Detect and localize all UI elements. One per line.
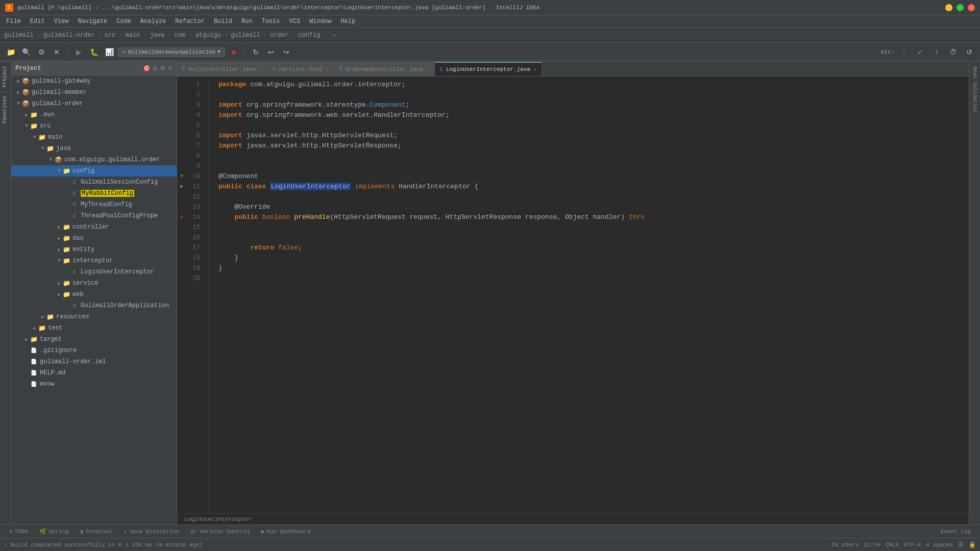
tree-item-dao[interactable]: ▶ 📁 dao (11, 233, 177, 244)
nav-order[interactable]: order (270, 32, 288, 39)
nav-java[interactable]: java (150, 32, 165, 39)
tree-item-web[interactable]: ▶ 📁 web (11, 289, 177, 300)
tab-close-cart[interactable]: ✕ (326, 66, 329, 72)
bottom-tab-version-control[interactable]: 9: Version Control (186, 528, 255, 536)
tree-item-config[interactable]: ▼ 📁 config (11, 165, 177, 177)
bottom-tab-event-log[interactable]: Event Log (936, 528, 976, 536)
project-side-tab[interactable]: Project (0, 61, 11, 91)
tree-item-gulimall-gateway[interactable]: ▶ 📦 gulimall-gateway (11, 76, 177, 87)
tree-item-target[interactable]: ▶ 📁 target (11, 334, 177, 345)
settings-button[interactable]: ⚙ (35, 45, 48, 59)
panel-close-button[interactable]: ✕ (167, 65, 173, 72)
git-history-button[interactable]: ⏱ (946, 45, 960, 59)
tree-item-order-application[interactable]: A GulimallOrderApplication (11, 300, 177, 311)
menu-edit[interactable]: Edit (26, 17, 49, 26)
close-button[interactable]: ✕ (968, 4, 975, 11)
status-chinese-input[interactable]: 英 (958, 541, 964, 548)
status-indent[interactable]: 4 spaces (926, 542, 953, 548)
run-config-selector[interactable]: ● GulimallGatewayApplication ▼ (118, 47, 225, 57)
minimize-button[interactable]: ─ (945, 4, 952, 11)
undo-button[interactable]: ↩ (264, 45, 278, 59)
tree-item-controller[interactable]: ▶ 📁 controller (11, 221, 177, 233)
nav-src[interactable]: src (105, 32, 116, 39)
code-content[interactable]: package com.atguigu.gulimall.order.inter… (209, 77, 969, 513)
bottom-tab-spring[interactable]: 🌿 Spring (34, 527, 74, 536)
refresh-button[interactable]: ↻ (249, 45, 262, 59)
tree-item-mvn[interactable]: ▶ 📁 .mvn (11, 109, 177, 120)
tab-hello-controller[interactable]: C HelloController.java ✕ (177, 62, 267, 76)
tab-close-hello[interactable]: ✕ (259, 66, 262, 72)
debug-button[interactable]: 🐛 (87, 45, 101, 59)
menu-code[interactable]: Code (112, 17, 135, 26)
tree-item-mvnw[interactable]: 📄 mvnw (11, 379, 177, 390)
tree-item-threadpool-config[interactable]: C ThreadPoolConfigPrope (11, 210, 177, 221)
tree-item-service[interactable]: ▶ 📁 service (11, 278, 177, 289)
run-button[interactable]: ▶ (72, 45, 85, 59)
git-push-button[interactable]: ↑ (930, 45, 943, 59)
project-view-button[interactable]: 📁 (4, 45, 17, 59)
bottom-tab-terminal[interactable]: ▮ Terminal (75, 527, 117, 536)
window-controls[interactable]: ─ □ ✕ (945, 4, 975, 11)
tree-item-thread-config[interactable]: C MyThreadConfig (11, 199, 177, 210)
status-encoding[interactable]: UTF-8 (904, 542, 921, 548)
run-with-coverage-button[interactable]: 📊 (103, 45, 116, 59)
git-revert-button[interactable]: ↺ (963, 45, 976, 59)
menu-refactor[interactable]: Refactor (171, 17, 209, 26)
tree-item-package[interactable]: ▼ 📦 com.atguigu.gulimall.order (11, 154, 177, 165)
run-gutter-11[interactable]: ▶ (180, 182, 183, 192)
stop-button[interactable]: ■ (227, 45, 240, 59)
find-button[interactable]: 🔍 (19, 45, 33, 59)
menu-help[interactable]: Help (336, 17, 359, 26)
menu-window[interactable]: Window (305, 17, 335, 26)
nav-gulimall[interactable]: gulimall (4, 32, 34, 39)
bottom-tab-todo[interactable]: ≡ TODO (4, 528, 33, 536)
bottom-tab-run-dashboard[interactable]: ▶ Run Dashboard (256, 527, 315, 536)
tab-order-web-controller[interactable]: C OrderWebController.java ✕ (334, 62, 435, 76)
tree-item-session-config[interactable]: C GulimallSessionConfig (11, 177, 177, 188)
status-line-ending[interactable]: CRLF (886, 542, 899, 548)
nav-back-button[interactable]: ← (330, 30, 340, 40)
favorites-side-tab[interactable]: Favorites (0, 91, 11, 128)
tree-item-java[interactable]: ▼ 📁 java (11, 143, 177, 154)
menu-navigate[interactable]: Navigate (74, 17, 111, 26)
collapse-all-button[interactable]: ⊖ (153, 65, 158, 72)
tab-login-user-interceptor[interactable]: C LoginUserInterceptor.java ✕ (435, 62, 542, 76)
nav-atguigu[interactable]: atguigu (195, 32, 221, 39)
tree-item-iml[interactable]: 📄 gulimall-order.iml (11, 356, 177, 367)
tree-item-src[interactable]: ▼ 📁 src (11, 120, 177, 132)
close-panel-button[interactable]: ✕ (50, 45, 63, 59)
git-update-button[interactable]: ↓ (897, 45, 911, 59)
tree-item-gulimall-member[interactable]: ▶ 📦 gulimall-member (11, 87, 177, 98)
tree-item-helpmd[interactable]: 📄 HELP.md (11, 367, 177, 379)
tree-item-main[interactable]: ▼ 📁 main (11, 132, 177, 143)
tree-item-login-user-interceptor[interactable]: C LoginUserInterceptor (11, 266, 177, 278)
tree-item-gulimall-order[interactable]: ▼ 📦 gulimall-order (11, 98, 177, 109)
redo-button[interactable]: ↪ (280, 45, 293, 59)
tree-item-entity[interactable]: ▶ 📁 entity (11, 244, 177, 255)
tab-close-order[interactable]: ✕ (426, 66, 429, 72)
fold-icon-10[interactable]: ▼ (180, 171, 183, 182)
menu-analyze[interactable]: Analyze (136, 17, 170, 26)
tab-cart-list[interactable]: H cartList.html ✕ (267, 62, 334, 76)
tree-item-interceptor[interactable]: ▼ 📁 interceptor (11, 255, 177, 266)
panel-settings-button[interactable]: ⚙ (160, 65, 165, 72)
git-commit-button[interactable]: ✓ (914, 45, 927, 59)
menu-build[interactable]: Build (210, 17, 236, 26)
nav-com[interactable]: com (175, 32, 186, 39)
tree-item-gitignore[interactable]: 📄 .gitignore (11, 345, 177, 356)
menu-tools[interactable]: Tools (258, 17, 284, 26)
tree-item-resources[interactable]: ▶ 📁 resources (11, 311, 177, 322)
tree-item-rabbit-config[interactable]: C MyRabbitConfig (11, 188, 177, 199)
nav-config[interactable]: config (298, 32, 320, 39)
tab-close-login[interactable]: ✕ (533, 66, 536, 72)
menu-file[interactable]: File (2, 17, 25, 26)
right-tab-validation[interactable]: Bean Validation (971, 63, 978, 115)
maximize-button[interactable]: □ (957, 4, 964, 11)
nav-main[interactable]: main (126, 32, 140, 39)
bottom-tab-java-enterprise[interactable]: ☕ Java Enterprise (118, 527, 185, 536)
menu-vcs[interactable]: VCS (285, 17, 305, 26)
bp-marker-14[interactable]: ● (180, 212, 183, 222)
nav-gulimall-order[interactable]: gulimall-order (43, 32, 95, 39)
menu-run[interactable]: Run (237, 17, 257, 26)
menu-view[interactable]: View (50, 17, 73, 26)
